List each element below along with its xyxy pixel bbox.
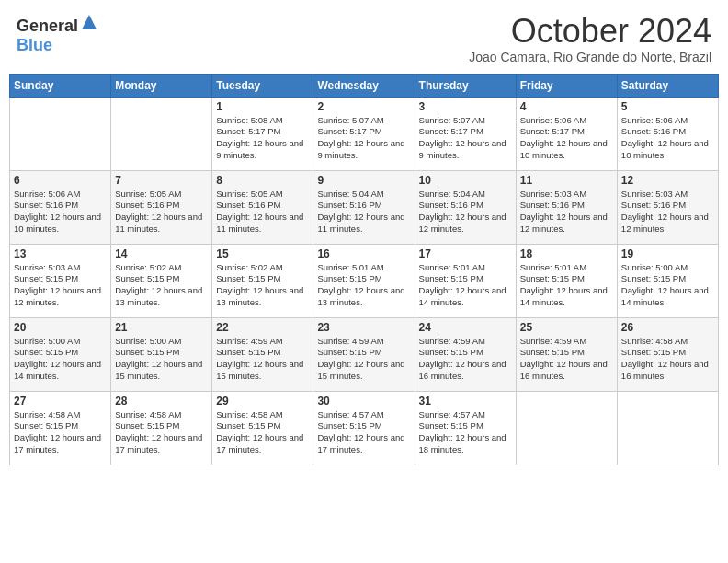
calendar-week-row: 27Sunrise: 4:58 AM Sunset: 5:15 PM Dayli… — [10, 391, 719, 465]
calendar-cell: 14Sunrise: 5:02 AM Sunset: 5:15 PM Dayli… — [111, 244, 212, 317]
day-number: 2 — [317, 100, 410, 113]
logo: General Blue — [17, 13, 98, 55]
day-info: Sunrise: 4:59 AM Sunset: 5:15 PM Dayligh… — [317, 336, 410, 383]
calendar-cell: 6Sunrise: 5:06 AM Sunset: 5:16 PM Daylig… — [10, 170, 111, 244]
day-info: Sunrise: 5:06 AM Sunset: 5:16 PM Dayligh… — [621, 115, 714, 162]
calendar-cell: 5Sunrise: 5:06 AM Sunset: 5:16 PM Daylig… — [617, 97, 718, 170]
calendar-cell: 8Sunrise: 5:05 AM Sunset: 5:16 PM Daylig… — [212, 170, 313, 244]
calendar-week-row: 20Sunrise: 5:00 AM Sunset: 5:15 PM Dayli… — [10, 317, 719, 391]
day-info: Sunrise: 4:59 AM Sunset: 5:15 PM Dayligh… — [520, 336, 613, 383]
day-info: Sunrise: 5:01 AM Sunset: 5:15 PM Dayligh… — [419, 262, 512, 309]
calendar-cell: 2Sunrise: 5:07 AM Sunset: 5:17 PM Daylig… — [313, 97, 415, 170]
calendar-cell — [516, 391, 617, 465]
calendar-cell: 27Sunrise: 4:58 AM Sunset: 5:15 PM Dayli… — [10, 391, 111, 465]
day-number: 5 — [621, 100, 714, 113]
calendar-header-sunday: Sunday — [10, 74, 111, 97]
calendar-cell: 7Sunrise: 5:05 AM Sunset: 5:16 PM Daylig… — [111, 170, 212, 244]
calendar-header-thursday: Thursday — [415, 74, 516, 97]
day-number: 7 — [115, 174, 208, 187]
day-number: 6 — [14, 174, 107, 187]
calendar-cell: 30Sunrise: 4:57 AM Sunset: 5:15 PM Dayli… — [313, 391, 415, 465]
calendar-table: SundayMondayTuesdayWednesdayThursdayFrid… — [9, 74, 719, 465]
day-number: 8 — [216, 174, 309, 187]
day-info: Sunrise: 5:04 AM Sunset: 5:16 PM Dayligh… — [419, 189, 512, 236]
day-info: Sunrise: 4:58 AM Sunset: 5:15 PM Dayligh… — [621, 336, 714, 383]
day-number: 12 — [621, 174, 714, 187]
day-number: 25 — [520, 321, 613, 334]
calendar-cell — [111, 97, 212, 170]
calendar-cell — [10, 97, 111, 170]
calendar-cell: 16Sunrise: 5:01 AM Sunset: 5:15 PM Dayli… — [313, 244, 415, 317]
day-number: 18 — [520, 247, 613, 260]
day-info: Sunrise: 4:59 AM Sunset: 5:15 PM Dayligh… — [216, 336, 309, 383]
day-info: Sunrise: 5:00 AM Sunset: 5:15 PM Dayligh… — [621, 262, 714, 309]
day-info: Sunrise: 5:00 AM Sunset: 5:15 PM Dayligh… — [115, 336, 208, 383]
day-info: Sunrise: 5:05 AM Sunset: 5:16 PM Dayligh… — [115, 189, 208, 236]
day-info: Sunrise: 5:05 AM Sunset: 5:16 PM Dayligh… — [216, 189, 309, 236]
day-number: 15 — [216, 247, 309, 260]
calendar-cell: 4Sunrise: 5:06 AM Sunset: 5:17 PM Daylig… — [516, 97, 617, 170]
calendar-cell: 21Sunrise: 5:00 AM Sunset: 5:15 PM Dayli… — [111, 317, 212, 391]
calendar-cell: 22Sunrise: 4:59 AM Sunset: 5:15 PM Dayli… — [212, 317, 313, 391]
calendar-header-monday: Monday — [111, 74, 212, 97]
calendar-header-saturday: Saturday — [617, 74, 718, 97]
calendar-cell: 26Sunrise: 4:58 AM Sunset: 5:15 PM Dayli… — [617, 317, 718, 391]
day-info: Sunrise: 5:03 AM Sunset: 5:15 PM Dayligh… — [14, 262, 107, 309]
calendar-week-row: 6Sunrise: 5:06 AM Sunset: 5:16 PM Daylig… — [10, 170, 719, 244]
calendar-header-tuesday: Tuesday — [212, 74, 313, 97]
day-number: 4 — [520, 100, 613, 113]
day-info: Sunrise: 5:06 AM Sunset: 5:16 PM Dayligh… — [14, 189, 107, 236]
day-info: Sunrise: 4:59 AM Sunset: 5:15 PM Dayligh… — [419, 336, 512, 383]
calendar-cell: 12Sunrise: 5:03 AM Sunset: 5:16 PM Dayli… — [617, 170, 718, 244]
day-info: Sunrise: 5:01 AM Sunset: 5:15 PM Dayligh… — [317, 262, 410, 309]
day-number: 31 — [419, 395, 512, 408]
day-number: 27 — [14, 395, 107, 408]
calendar-cell — [617, 391, 718, 465]
day-number: 23 — [317, 321, 410, 334]
calendar-cell: 11Sunrise: 5:03 AM Sunset: 5:16 PM Dayli… — [516, 170, 617, 244]
day-number: 10 — [419, 174, 512, 187]
calendar-cell: 29Sunrise: 4:58 AM Sunset: 5:15 PM Dayli… — [212, 391, 313, 465]
day-info: Sunrise: 5:02 AM Sunset: 5:15 PM Dayligh… — [216, 262, 309, 309]
day-info: Sunrise: 5:04 AM Sunset: 5:16 PM Dayligh… — [317, 189, 410, 236]
day-number: 11 — [520, 174, 613, 187]
day-number: 14 — [115, 247, 208, 260]
day-info: Sunrise: 5:03 AM Sunset: 5:16 PM Dayligh… — [621, 189, 714, 236]
calendar-cell: 3Sunrise: 5:07 AM Sunset: 5:17 PM Daylig… — [415, 97, 516, 170]
calendar-cell: 9Sunrise: 5:04 AM Sunset: 5:16 PM Daylig… — [313, 170, 415, 244]
calendar-cell: 28Sunrise: 4:58 AM Sunset: 5:15 PM Dayli… — [111, 391, 212, 465]
calendar-cell: 19Sunrise: 5:00 AM Sunset: 5:15 PM Dayli… — [617, 244, 718, 317]
calendar-cell: 10Sunrise: 5:04 AM Sunset: 5:16 PM Dayli… — [415, 170, 516, 244]
logo-blue: Blue — [17, 36, 52, 54]
day-number: 29 — [216, 395, 309, 408]
day-number: 20 — [14, 321, 107, 334]
day-info: Sunrise: 5:06 AM Sunset: 5:17 PM Dayligh… — [520, 115, 613, 162]
day-number: 28 — [115, 395, 208, 408]
calendar-cell: 24Sunrise: 4:59 AM Sunset: 5:15 PM Dayli… — [415, 317, 516, 391]
month-title: October 2024 — [469, 13, 711, 50]
calendar-cell: 18Sunrise: 5:01 AM Sunset: 5:15 PM Dayli… — [516, 244, 617, 317]
logo-general: General — [17, 17, 78, 35]
day-number: 16 — [317, 247, 410, 260]
day-info: Sunrise: 4:58 AM Sunset: 5:15 PM Dayligh… — [216, 409, 309, 456]
day-info: Sunrise: 4:57 AM Sunset: 5:15 PM Dayligh… — [317, 409, 410, 456]
calendar-cell: 17Sunrise: 5:01 AM Sunset: 5:15 PM Dayli… — [415, 244, 516, 317]
calendar-week-row: 1Sunrise: 5:08 AM Sunset: 5:17 PM Daylig… — [10, 97, 719, 170]
day-info: Sunrise: 5:03 AM Sunset: 5:16 PM Dayligh… — [520, 189, 613, 236]
day-number: 19 — [621, 247, 714, 260]
day-number: 13 — [14, 247, 107, 260]
day-info: Sunrise: 4:57 AM Sunset: 5:15 PM Dayligh… — [419, 409, 512, 456]
day-info: Sunrise: 5:07 AM Sunset: 5:17 PM Dayligh… — [317, 115, 410, 162]
calendar-cell: 31Sunrise: 4:57 AM Sunset: 5:15 PM Dayli… — [415, 391, 516, 465]
day-number: 21 — [115, 321, 208, 334]
day-number: 30 — [317, 395, 410, 408]
day-info: Sunrise: 5:02 AM Sunset: 5:15 PM Dayligh… — [115, 262, 208, 309]
location-subtitle: Joao Camara, Rio Grande do Norte, Brazil — [469, 50, 711, 64]
day-number: 9 — [317, 174, 410, 187]
calendar-header-row: SundayMondayTuesdayWednesdayThursdayFrid… — [10, 74, 719, 97]
calendar-cell: 20Sunrise: 5:00 AM Sunset: 5:15 PM Dayli… — [10, 317, 111, 391]
calendar-cell: 1Sunrise: 5:08 AM Sunset: 5:17 PM Daylig… — [212, 97, 313, 170]
day-number: 17 — [419, 247, 512, 260]
calendar-cell: 23Sunrise: 4:59 AM Sunset: 5:15 PM Dayli… — [313, 317, 415, 391]
day-number: 26 — [621, 321, 714, 334]
